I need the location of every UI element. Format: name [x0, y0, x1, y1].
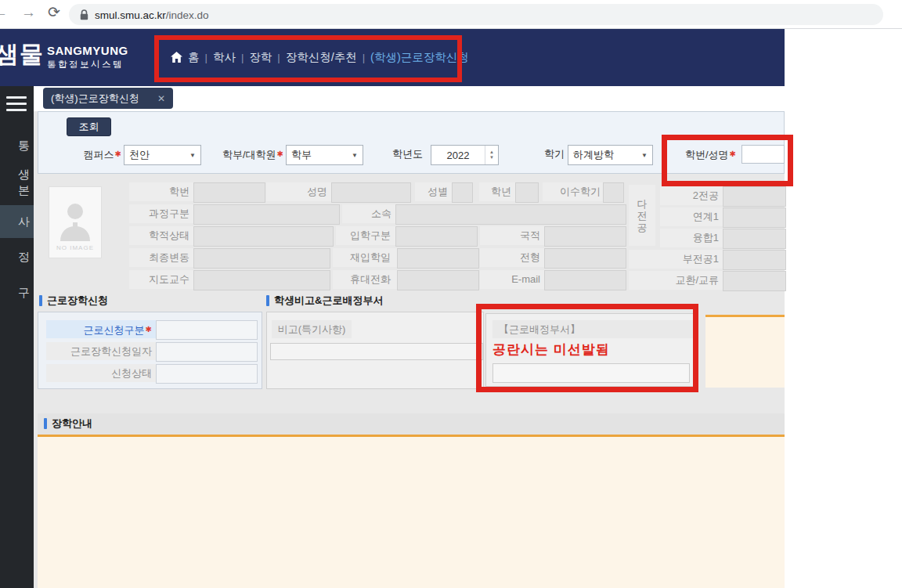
label-advisor: 지도교수 [129, 270, 196, 289]
sidebar-item-2[interactable]: 생 본 [0, 167, 30, 198]
field-readmission-date [397, 248, 479, 269]
field-affiliation [395, 204, 626, 225]
sidebar-item-5[interactable]: 구 [0, 285, 30, 301]
chevron-down-icon: ▼ [641, 152, 648, 159]
section-title-remark-dept: 학생비고&근로배정부서 [266, 293, 383, 308]
logo: SANGMYUNG 통합정보시스템 [47, 44, 128, 70]
tab-label: (학생)근로장학신청 [51, 92, 139, 106]
url-text: smul.smu.ac.kr/index.do [95, 8, 209, 22]
field-mobile-phone [397, 270, 479, 290]
campus-select[interactable]: 천안▼ [124, 145, 201, 165]
field-linked-major [723, 207, 786, 228]
logo-mark: 샘물 [0, 38, 44, 70]
lock-icon [80, 9, 88, 20]
label-enrollment-status: 학적상태 [129, 226, 196, 245]
required-mark: ✱ [277, 150, 283, 158]
logo-subtitle: 통합정보시스템 [47, 59, 128, 70]
field-grade [515, 182, 539, 203]
browser-toolbar: ← → ⟳ smul.smu.ac.kr/index.do [0, 0, 902, 29]
tab-work-scholarship[interactable]: (학생)근로장학신청 ✕ [43, 88, 173, 109]
campus-label: 캠퍼스✱ [73, 145, 121, 164]
label-multi-major: 다 전 공 [629, 185, 655, 246]
label-convergence-major: 융합1 [660, 229, 725, 247]
label-linked-major: 연계1 [660, 207, 725, 226]
required-mark: ✱ [146, 325, 152, 334]
label-mobile-phone: 휴대전화 [333, 270, 397, 289]
screen: ← → ⟳ smul.smu.ac.kr/index.do 샘물 SANGMYU… [0, 0, 902, 588]
student-photo-placeholder: NO IMAGE [49, 186, 102, 258]
label-completed-semesters: 이수학기 [543, 182, 607, 201]
label-second-major: 2전공 [660, 186, 725, 205]
field-gender [452, 182, 473, 203]
work-scholarship-panel: 근로신청구분✱ 근로장학신청일자 신청상태 [38, 312, 262, 389]
field-advisor [193, 270, 330, 290]
label-apply-status: 신청상태 [46, 364, 156, 382]
section-bar-icon [266, 295, 269, 306]
field-last-change [193, 248, 330, 269]
spinner-arrows-icon[interactable]: ▲▼ [485, 146, 498, 164]
address-bar[interactable]: smul.smu.ac.kr/index.do [69, 4, 883, 25]
section-bar-icon [44, 418, 47, 429]
side-cream-panel [705, 315, 785, 388]
label-student-number: 학번 [129, 182, 196, 201]
field-student-number [193, 182, 265, 203]
required-mark: ✱ [115, 150, 121, 158]
field-work-apply-type[interactable] [156, 320, 258, 340]
label-nationality: 국적 [480, 226, 547, 245]
query-button[interactable]: 조회 [67, 117, 111, 136]
field-minor [723, 250, 786, 270]
division-select[interactable]: 학부▼ [286, 145, 363, 165]
field-enrollment-status [193, 226, 334, 247]
label-email: E-mail [480, 270, 547, 289]
field-exchange [723, 271, 786, 291]
url-host: smul.smu.ac.kr [95, 9, 166, 21]
hamburger-menu-icon[interactable] [6, 96, 27, 115]
guide-header-band [38, 413, 785, 435]
label-exchange: 교환/교류 [629, 271, 725, 290]
field-course-type [193, 204, 340, 225]
sidebar-item-4[interactable]: 정 [0, 249, 30, 265]
label-last-change: 최종변동 [129, 248, 196, 267]
annotation-box-assignment-dept [476, 304, 698, 392]
year-value: 2022 [431, 150, 485, 161]
semester-label: 학기 [539, 145, 565, 164]
person-icon [57, 200, 93, 241]
section-title-guide: 장학안내 [44, 416, 92, 431]
guide-content-area [38, 437, 785, 588]
label-admission-type: 입학구분 [336, 226, 397, 245]
field-admission-track [544, 248, 626, 269]
division-label: 학부/대학원✱ [205, 145, 283, 164]
field-nationality [544, 226, 626, 247]
section-bar-icon [39, 295, 42, 306]
query-button-label: 조회 [79, 120, 99, 134]
field-remark[interactable] [270, 343, 483, 360]
field-completed-semesters [603, 182, 624, 203]
browser-forward-icon[interactable]: → [21, 4, 36, 21]
field-work-apply-date [156, 342, 258, 362]
sidebar-item-1[interactable]: 통 [0, 138, 30, 153]
browser-back-icon[interactable]: ← [0, 4, 8, 21]
semester-select[interactable]: 하계방학▼ [568, 145, 653, 165]
annotation-box-student-id [662, 135, 793, 186]
field-name [331, 182, 411, 203]
remark-panel: 비고(특기사항) [266, 312, 484, 389]
label-admission-track: 전형 [480, 248, 547, 267]
section-title-work-scholarship: 근로장학신청 [39, 293, 108, 308]
sidebar: 통 생 본 사 정 구 [0, 86, 34, 588]
label-readmission-date: 재입학일 [333, 248, 397, 267]
field-second-major [723, 186, 786, 207]
logo-brand: SANGMYUNG [47, 44, 128, 57]
label-name: 성명 [266, 182, 334, 201]
tab-close-icon[interactable]: ✕ [157, 93, 165, 104]
annotation-box-nav [154, 35, 462, 82]
url-path: /index.do [166, 9, 209, 21]
sidebar-item-3-selected[interactable]: 사 [0, 214, 30, 229]
label-affiliation: 소속 [342, 204, 398, 223]
browser-reload-icon[interactable]: ⟳ [48, 3, 60, 21]
chevron-down-icon: ▼ [189, 152, 196, 159]
year-spinner[interactable]: 2022 ▲▼ [431, 145, 499, 165]
field-admission-type [395, 226, 478, 247]
field-convergence-major [723, 229, 786, 249]
chevron-down-icon: ▼ [352, 152, 358, 159]
label-minor: 부전공1 [629, 250, 725, 269]
